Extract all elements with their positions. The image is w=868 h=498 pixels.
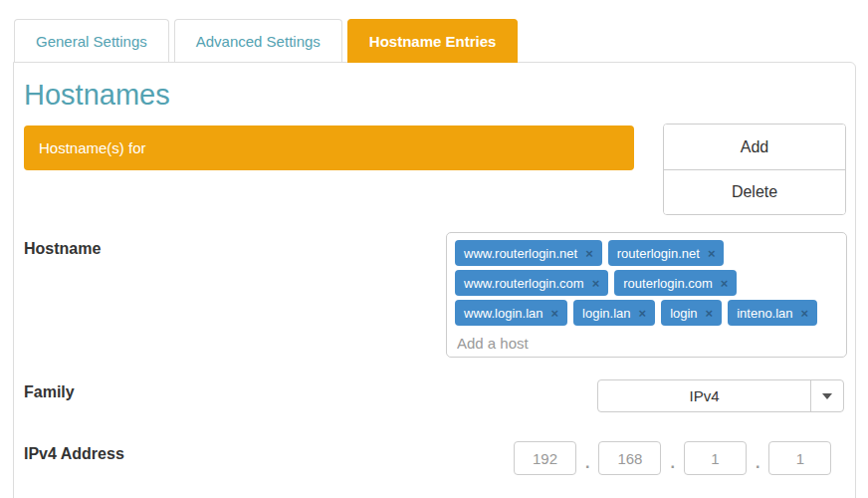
hostname-for-banner: Hostname(s) for <box>24 125 634 170</box>
hostname-tag: routerlogin.net × <box>608 240 725 266</box>
hostname-tag-label: www.login.lan <box>464 306 543 321</box>
ipv4-octet-1[interactable] <box>514 441 576 475</box>
remove-tag-icon[interactable]: × <box>706 307 714 320</box>
octet-separator: . <box>756 455 760 471</box>
hostname-tag: www.login.lan × <box>455 300 567 326</box>
add-delete-button-group: Add Delete <box>663 124 846 215</box>
hostname-for-banner-label: Hostname(s) for <box>39 139 146 156</box>
ipv4-octet-2[interactable] <box>598 441 661 475</box>
tab-hostname-entries[interactable]: Hostname Entries <box>347 19 519 63</box>
remove-tag-icon[interactable]: × <box>551 307 559 320</box>
hostname-tag-label: www.routerlogin.com <box>464 276 584 291</box>
tab-bar: General Settings Advanced Settings Hostn… <box>14 19 523 62</box>
ipv4-octet-4[interactable] <box>768 441 831 475</box>
ipv4-address-inputs: . . . <box>514 441 831 475</box>
remove-tag-icon[interactable]: × <box>801 307 809 320</box>
ipv4-field-label: IPv4 Address <box>24 445 124 463</box>
tab-general-settings[interactable]: General Settings <box>14 19 169 62</box>
octet-separator: . <box>670 455 674 471</box>
add-button[interactable]: Add <box>664 124 845 169</box>
remove-tag-icon[interactable]: × <box>639 307 647 320</box>
hostname-tag: www.routerlogin.com × <box>455 270 608 296</box>
family-select-value: IPv4 <box>598 380 810 411</box>
hostname-tag-label: routerlogin.com <box>623 276 713 291</box>
ipv4-octet-3[interactable] <box>684 441 747 475</box>
family-field-label: Family <box>24 383 75 401</box>
remove-tag-icon[interactable]: × <box>592 277 600 290</box>
add-host-input[interactable] <box>455 330 838 356</box>
hostname-field-label: Hostname <box>24 240 101 258</box>
page-title: Hostnames <box>24 79 170 112</box>
hostname-tag: routerlogin.com × <box>614 270 737 296</box>
hostname-tag: login × <box>661 300 722 326</box>
delete-button[interactable]: Delete <box>664 169 845 214</box>
tab-content-panel: Hostnames Hostname(s) for Add Delete Hos… <box>13 62 856 498</box>
hostname-tags-field[interactable]: www.routerlogin.net × routerlogin.net × … <box>446 232 847 358</box>
chevron-down-icon <box>822 393 832 399</box>
tab-advanced-settings[interactable]: Advanced Settings <box>174 19 342 62</box>
remove-tag-icon[interactable]: × <box>585 247 593 260</box>
octet-separator: . <box>585 455 589 471</box>
hostname-tag-label: routerlogin.net <box>617 246 700 261</box>
hostname-tag-label: login <box>670 306 697 321</box>
hostname-tag-label: inteno.lan <box>737 306 792 321</box>
family-select[interactable]: IPv4 <box>597 379 844 412</box>
hostname-tag-label: login.lan <box>582 306 630 321</box>
hostname-tag: www.routerlogin.net × <box>455 240 602 266</box>
hostname-tag: inteno.lan × <box>728 300 817 326</box>
family-select-caret-button[interactable] <box>810 380 843 411</box>
remove-tag-icon[interactable]: × <box>708 247 716 260</box>
hostname-tag-label: www.routerlogin.net <box>464 246 577 261</box>
hostname-tag: login.lan × <box>573 300 655 326</box>
remove-tag-icon[interactable]: × <box>721 277 729 290</box>
